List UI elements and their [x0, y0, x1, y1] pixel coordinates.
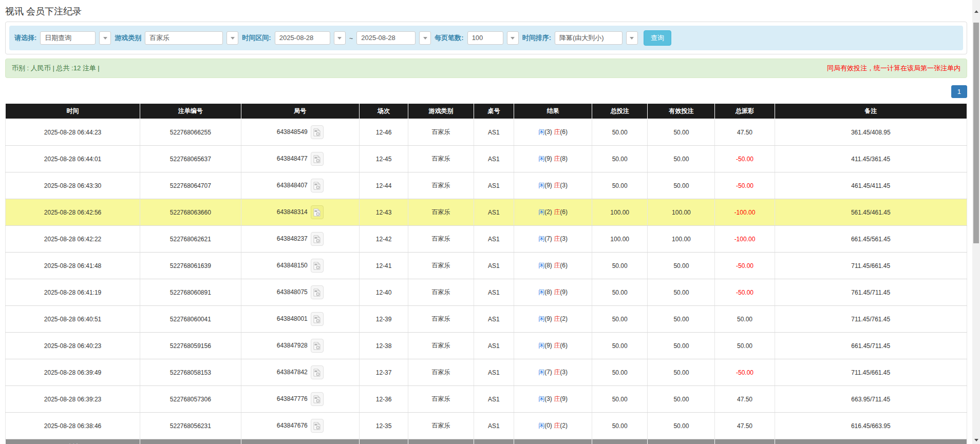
cell-session: 12-46 [359, 119, 408, 146]
result-player-label: 闲 [538, 288, 544, 296]
search-button[interactable]: 查询 [644, 30, 671, 46]
table-row: 2025-08-28 06:40:51 522768060041 6438480… [6, 306, 967, 333]
header-game-type: 游戏类别 [408, 104, 474, 119]
table-row: 2025-08-28 06:39:23 522768057306 6438477… [6, 386, 967, 413]
cell-payout: 47.50 [715, 413, 775, 439]
cell-total-bet-link[interactable]: 50.00 [592, 279, 648, 306]
sort-order-dropdown-button[interactable] [626, 31, 638, 45]
cell-table-id: AS1 [474, 119, 514, 146]
date-from-dropdown-button[interactable] [334, 31, 346, 45]
cell-total-bet-link[interactable]: 50.00 [592, 172, 648, 199]
sort-order-select[interactable]: 降冪(由大到小) [555, 31, 623, 45]
cell-total-bet-link[interactable]: 50.00 [592, 333, 648, 359]
cell-round-id: 643848314 [241, 199, 359, 226]
cell-result: 闲(8) 庄(9) [514, 279, 592, 306]
cell-round-id: 643848237 [241, 226, 359, 253]
cell-payout: -50.00 [715, 253, 775, 279]
video-record-icon [313, 128, 321, 137]
header-total-bet: 总投注 [592, 104, 648, 119]
cell-total-bet-link[interactable]: 100.00 [592, 226, 648, 253]
cell-time: 2025-08-28 06:40:51 [6, 306, 140, 333]
cell-payout: 47.50 [715, 119, 775, 146]
cell-round-id: 643848407 [241, 172, 359, 199]
query-mode-dropdown-button[interactable] [99, 31, 111, 45]
video-record-icon [313, 235, 321, 243]
page-size-select[interactable]: 100 [467, 31, 503, 45]
query-mode-select[interactable]: 日期查询 [40, 31, 96, 45]
result-player-label: 闲 [538, 262, 544, 269]
table-row: 2025-08-28 06:38:46 522768056231 6438476… [6, 413, 967, 439]
currency-total-text: 币别 : 人民币 | 总共 :12 注单 | [12, 64, 100, 73]
scrollbar-thumb[interactable] [973, 23, 979, 243]
triangle-up-icon [974, 10, 978, 13]
video-record-button[interactable] [311, 392, 324, 406]
cell-remark: 561.45/461.45 [775, 199, 967, 226]
date-to-dropdown-button[interactable] [419, 31, 431, 45]
cell-total-bet-link[interactable]: 50.00 [592, 413, 648, 439]
cell-total-bet-link[interactable]: 100.00 [592, 199, 648, 226]
page-button-1[interactable]: 1 [951, 85, 967, 98]
video-record-icon [313, 422, 321, 430]
date-from-input[interactable]: 2025-08-28 [275, 31, 330, 45]
page-size-dropdown-button[interactable] [507, 31, 519, 45]
result-banker-score: (6) [560, 128, 568, 136]
video-record-icon [313, 208, 321, 217]
table-row: 2025-08-28 06:44:01 522768065637 6438484… [6, 146, 967, 172]
table-row: 2025-08-28 06:41:48 522768061639 6438481… [6, 253, 967, 279]
video-record-button[interactable] [311, 365, 324, 379]
video-record-button[interactable] [311, 312, 324, 326]
video-record-button[interactable] [311, 339, 324, 353]
cell-bet-id: 522768063660 [140, 199, 241, 226]
cell-remark: 761.45/711.45 [775, 279, 967, 306]
cell-session: 12-35 [359, 413, 408, 439]
video-record-button[interactable] [311, 419, 324, 433]
game-type-select[interactable]: 百家乐 [145, 31, 223, 45]
game-type-dropdown-button[interactable] [227, 31, 238, 45]
video-record-icon [313, 262, 321, 270]
cell-bet-id: 522768056231 [140, 413, 241, 439]
vertical-scrollbar[interactable] [972, 0, 980, 444]
scroll-down-arrow[interactable] [972, 436, 980, 444]
cell-total-bet-link[interactable]: 50.00 [592, 119, 648, 146]
cell-table-id: AS1 [474, 199, 514, 226]
video-record-button[interactable] [311, 259, 324, 273]
table-row: 2025-08-28 06:41:19 522768060891 6438480… [6, 279, 967, 306]
bet-records-table: 时间 注单编号 局号 场次 游戏类别 桌号 结果 总投注 有效投注 总派彩 备注… [5, 103, 967, 444]
cell-total-bet-link[interactable]: 50.00 [592, 386, 648, 413]
result-player-score: (2) [544, 208, 552, 216]
cell-payout: -50.00 [715, 172, 775, 199]
result-banker-score: (9) [560, 395, 568, 402]
cell-bet-id: 522768059156 [140, 333, 241, 359]
cell-total-bet-link[interactable]: 50.00 [592, 306, 648, 333]
header-remark: 备注 [775, 104, 967, 119]
cell-session: 12-44 [359, 172, 408, 199]
video-record-button[interactable] [311, 125, 324, 139]
cell-table-id: AS1 [474, 386, 514, 413]
video-record-button[interactable] [311, 179, 324, 192]
cell-total-bet-link[interactable]: 50.00 [592, 253, 648, 279]
video-record-button[interactable] [311, 232, 324, 246]
cell-session: 12-43 [359, 199, 408, 226]
page: 视讯 会员下注纪录 请选择: 日期查询 游戏类别 百家乐 时间区间: 2025-… [0, 0, 972, 444]
round-id-text: 643848407 [277, 182, 308, 189]
cell-table-id: AS1 [474, 413, 514, 439]
cell-total-bet-link[interactable]: 50.00 [592, 359, 648, 386]
cell-session: 12-37 [359, 359, 408, 386]
video-record-button[interactable] [311, 152, 324, 166]
date-to-input[interactable]: 2025-08-28 [356, 31, 416, 45]
cell-game-type: 百家乐 [408, 333, 474, 359]
cell-table-id: AS1 [474, 359, 514, 386]
cell-payout: -50.00 [715, 146, 775, 172]
result-banker-score: (6) [560, 342, 568, 349]
result-banker-label: 庄 [554, 208, 560, 216]
cell-total-bet-link[interactable]: 50.00 [592, 146, 648, 172]
video-record-button[interactable] [311, 205, 324, 219]
result-banker-score: (3) [560, 235, 568, 242]
scroll-up-arrow[interactable] [972, 7, 980, 15]
video-record-button[interactable] [311, 285, 324, 299]
cell-session: 12-42 [359, 226, 408, 253]
cell-time: 2025-08-28 06:44:01 [6, 146, 140, 172]
video-record-icon [313, 395, 321, 403]
chevron-down-icon [103, 37, 107, 40]
table-header-row: 时间 注单编号 局号 场次 游戏类别 桌号 结果 总投注 有效投注 总派彩 备注 [6, 104, 967, 119]
